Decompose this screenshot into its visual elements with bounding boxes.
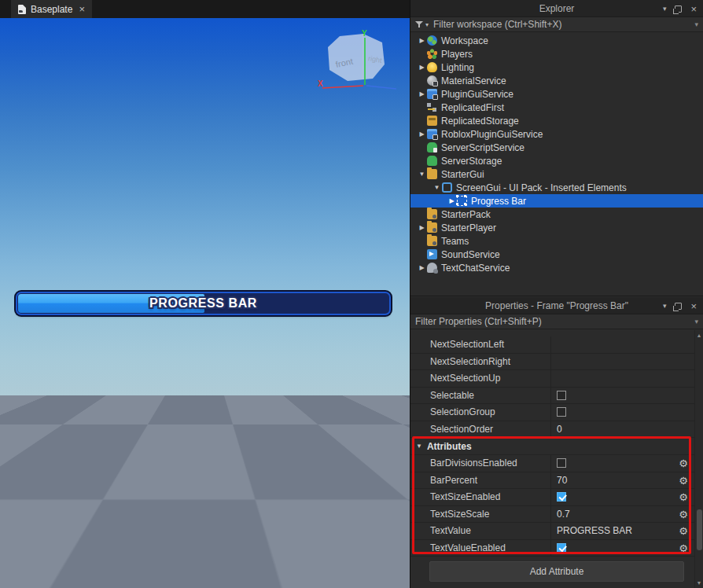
attribute-gear-icon[interactable]: ⚙: [679, 542, 688, 553]
frame-icon: [457, 196, 467, 206]
expand-collapsed-icon[interactable]: ▶: [417, 264, 427, 271]
property-row-barpercent: BarPercent70⚙: [410, 472, 694, 490]
tree-item-serverstorage[interactable]: ServerStorage: [410, 154, 703, 167]
folder-icon: [427, 169, 437, 179]
checkbox-checked[interactable]: [557, 492, 566, 502]
expand-collapsed-icon[interactable]: ▶: [417, 64, 427, 71]
horizon-haze: [0, 395, 410, 416]
axis-y-label: Y: [362, 29, 367, 38]
expand-collapsed-icon[interactable]: ▶: [417, 90, 427, 97]
panel-close-icon[interactable]: ×: [690, 4, 697, 14]
panel-menu-chevron-icon[interactable]: ▾: [663, 5, 667, 13]
attribute-gear-icon[interactable]: ⚙: [679, 492, 688, 502]
expand-collapsed-icon[interactable]: ▶: [417, 37, 427, 44]
tree-item-teams[interactable]: Teams: [410, 234, 703, 248]
checkbox-unchecked[interactable]: [557, 391, 566, 400]
explorer-title-bar: Explorer ▾ ×: [410, 0, 703, 17]
attribute-gear-icon[interactable]: ⚙: [679, 526, 688, 536]
property-value[interactable]: [551, 543, 694, 553]
property-value[interactable]: PROGRESS BAR: [551, 525, 694, 536]
property-value[interactable]: [551, 407, 694, 417]
viewport-3d[interactable]: Baseplate × front right: [0, 0, 410, 588]
progress-bar-label: PROGRESS BAR: [17, 293, 389, 314]
white-part-with-decal: [39, 544, 275, 588]
tree-item-workspace[interactable]: ▶Workspace: [410, 34, 703, 47]
attribute-gear-icon[interactable]: ⚙: [679, 475, 688, 485]
checkbox-unchecked[interactable]: [557, 407, 566, 417]
tree-item-serverscriptservice[interactable]: ServerScriptService: [410, 141, 703, 154]
tree-item-textchatservice[interactable]: ▶TextChatService: [410, 261, 703, 274]
folder-icon: [427, 209, 437, 219]
property-row-nextselectionup: NextSelectionUp: [410, 370, 694, 388]
attribute-gear-icon[interactable]: ⚙: [679, 509, 688, 519]
expand-collapsed-icon[interactable]: ▶: [417, 130, 427, 138]
tree-item-players[interactable]: Players: [410, 47, 703, 61]
tab-baseplate[interactable]: Baseplate ×: [11, 0, 92, 18]
properties-scrollbar[interactable]: ▲ ▼: [694, 330, 703, 588]
add-attribute-button[interactable]: Add Attribute: [429, 561, 684, 582]
expand-expanded-icon[interactable]: ▼: [417, 171, 427, 178]
tree-item-label: Lighting: [441, 62, 474, 73]
expand-collapsed-icon[interactable]: ▶: [417, 224, 427, 231]
properties-scroll-area: NextSelectionLeftNextSelectionRightNextS…: [410, 330, 694, 588]
tree-item-label: PluginGuiService: [441, 89, 513, 100]
property-value[interactable]: [551, 458, 694, 468]
scroll-down-icon[interactable]: ▼: [695, 580, 703, 586]
property-name: NextSelectionLeft: [410, 336, 551, 353]
property-value[interactable]: 0.7: [551, 509, 694, 520]
tree-item-replicatedfirst[interactable]: ReplicatedFirst: [410, 101, 703, 114]
tree-item-replicatedstorage[interactable]: ReplicatedStorage: [410, 114, 703, 127]
properties-title-bar: Properties - Frame "Progress Bar" ▾ ×: [410, 297, 703, 314]
properties-title: Properties - Frame "Progress Bar": [485, 300, 628, 311]
expand-expanded-icon[interactable]: ▼: [416, 443, 422, 450]
property-value[interactable]: 70: [551, 475, 694, 486]
property-value[interactable]: [551, 391, 694, 400]
filter-dropdown-icon[interactable]: ▾: [694, 318, 698, 325]
folder-icon: [427, 222, 437, 233]
attributes-section-header[interactable]: ▼Attributes: [410, 438, 694, 455]
scroll-up-icon[interactable]: ▲: [695, 333, 703, 338]
property-name: NextSelectionUp: [410, 370, 551, 387]
property-value[interactable]: [551, 492, 694, 502]
panel-close-icon[interactable]: ×: [690, 301, 697, 311]
tab-close-icon[interactable]: ×: [79, 4, 85, 14]
replicated-storage-icon: [427, 116, 437, 126]
tree-item-pluginguiservice[interactable]: ▶PluginGuiService: [410, 87, 703, 101]
tree-item-label: TextChatService: [441, 263, 510, 274]
properties-panel: Properties - Frame "Progress Bar" ▾ × Fi…: [410, 297, 703, 588]
players-icon: [427, 49, 437, 59]
expand-expanded-icon[interactable]: ▼: [432, 184, 442, 191]
tree-item-soundservice[interactable]: SoundService: [410, 248, 703, 261]
scrollbar-thumb[interactable]: [697, 509, 702, 550]
tree-item-robloxpluginguiservice[interactable]: ▶RobloxPluginGuiService: [410, 127, 703, 141]
panel-popout-icon[interactable]: [675, 303, 682, 310]
tree-item-lighting[interactable]: ▶Lighting: [410, 61, 703, 74]
tree-item-label: Workspace: [441, 35, 488, 46]
roblox-plugin-gui-service-icon: [427, 129, 437, 139]
tree-item-materialservice[interactable]: MaterialService: [410, 74, 703, 87]
checkbox-unchecked[interactable]: [557, 458, 566, 468]
explorer-filter-placeholder: Filter workspace (Ctrl+Shift+X): [433, 19, 561, 30]
tree-item-progress-bar[interactable]: ▶Progress Bar: [410, 194, 703, 208]
filter-dropdown-icon[interactable]: ▾: [694, 20, 698, 28]
panel-popout-icon[interactable]: [675, 6, 682, 13]
view-cube[interactable]: front right Y X: [316, 28, 398, 91]
tree-item-label: ServerScriptService: [441, 142, 524, 153]
property-name: BarPercent: [410, 472, 551, 489]
tree-item-startergui[interactable]: ▼StarterGui: [410, 167, 703, 181]
properties-filter-input[interactable]: Filter Properties (Ctrl+Shift+P) ▾: [410, 314, 703, 329]
property-value[interactable]: 0: [551, 424, 694, 435]
tree-item-starterplayer[interactable]: ▶StarterPlayer: [410, 221, 703, 234]
explorer-title: Explorer: [539, 3, 575, 14]
explorer-filter-input[interactable]: ▾ Filter workspace (Ctrl+Shift+X) ▾: [410, 17, 703, 32]
attribute-gear-icon[interactable]: ⚙: [679, 458, 688, 469]
expand-collapsed-icon[interactable]: ▶: [447, 197, 457, 204]
property-name: SelectionOrder: [410, 421, 551, 438]
checkbox-checked[interactable]: [557, 543, 566, 553]
tree-item-label: ScreenGui - UI Pack - Inserted Elements: [456, 182, 627, 193]
text-chat-service-icon: [427, 263, 437, 273]
tree-item-label: SoundService: [441, 249, 500, 260]
panel-menu-chevron-icon[interactable]: ▾: [663, 302, 667, 310]
tree-item-screengui-ui-pack-inserted-elements[interactable]: ▼ScreenGui - UI Pack - Inserted Elements: [410, 181, 703, 194]
tree-item-starterpack[interactable]: StarterPack: [410, 208, 703, 221]
